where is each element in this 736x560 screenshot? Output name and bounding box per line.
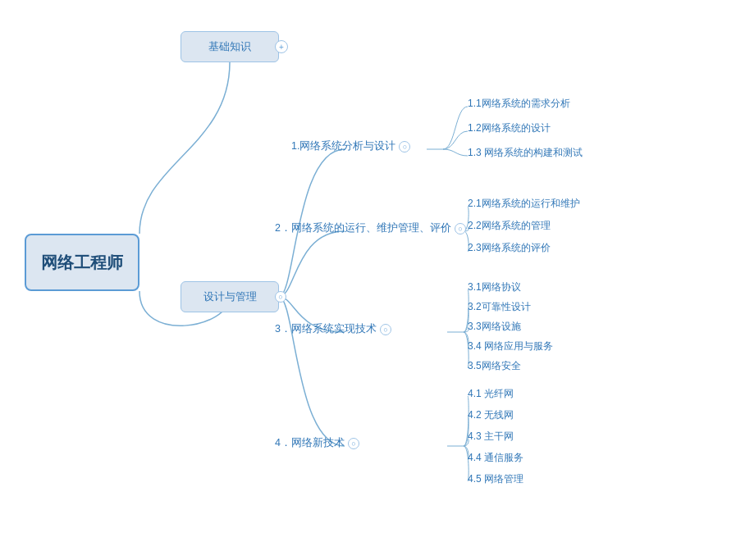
section-1-child-2: 1.2网络系统的设计: [468, 121, 551, 135]
section-2-label: 2．网络系统的运行、维护管理、评价: [275, 221, 451, 235]
section-3-child-1: 3.1网络协议: [468, 280, 521, 294]
section-2-child-2: 2.2网络系统的管理: [468, 219, 551, 233]
level1-jichuzhishi[interactable]: 基础知识 +: [181, 31, 279, 62]
section-4-child-1: 4.1 光纤网: [468, 387, 514, 401]
section-2-child-1: 2.1网络系统的运行和维护: [468, 197, 580, 211]
section-2-collapse[interactable]: ○: [455, 223, 466, 234]
section-4-label: 4．网络新技术: [275, 436, 345, 450]
section-4-child-2: 4.2 无线网: [468, 408, 514, 422]
section-4[interactable]: 4．网络新技术 ○: [275, 436, 359, 450]
section-4-child-5: 4.5 网络管理: [468, 472, 523, 486]
section-3-child-2: 3.2可靠性设计: [468, 300, 531, 314]
section-2[interactable]: 2．网络系统的运行、维护管理、评价 ○: [275, 221, 466, 235]
section-1[interactable]: 1.网络系统分析与设计 ○: [291, 139, 410, 153]
shejiyuguanli-label: 设计与管理: [203, 289, 257, 304]
section-4-child-3: 4.3 主干网: [468, 430, 514, 444]
section-1-child-3: 1.3 网络系统的构建和测试: [468, 146, 583, 160]
section-1-child-1: 1.1网络系统的需求分析: [468, 97, 570, 111]
level1-shejiyuguanli[interactable]: 设计与管理 ○: [181, 281, 279, 312]
section-3-child-4: 3.4 网络应用与服务: [468, 339, 553, 353]
section-3-label: 3．网络系统实现技术: [275, 322, 377, 336]
section-2-child-3: 2.3网络系统的评价: [468, 241, 551, 255]
shejiyuguanli-collapse[interactable]: ○: [275, 291, 286, 303]
jichuzhishi-label: 基础知识: [208, 39, 251, 54]
section-1-collapse[interactable]: ○: [399, 141, 410, 153]
main-node: 网络工程师: [25, 234, 139, 291]
jichuzhishi-collapse[interactable]: +: [275, 40, 288, 53]
section-4-collapse[interactable]: ○: [348, 438, 359, 449]
section-3-child-3: 3.3网络设施: [468, 320, 521, 334]
section-3-child-5: 3.5网络安全: [468, 359, 521, 373]
section-3-collapse[interactable]: ○: [380, 324, 391, 335]
section-1-label: 1.网络系统分析与设计: [291, 139, 395, 153]
section-3[interactable]: 3．网络系统实现技术 ○: [275, 322, 391, 336]
section-4-child-4: 4.4 通信服务: [468, 451, 523, 465]
